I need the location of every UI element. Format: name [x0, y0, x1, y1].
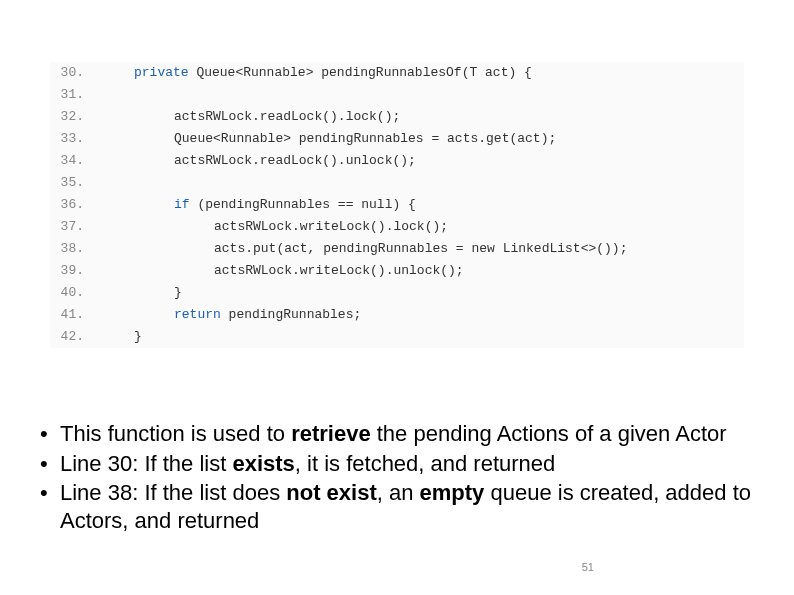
code-content: acts.put(act, pendingRunnables = new Lin… — [94, 238, 627, 260]
bullet-text: This function is used to retrieve the pe… — [60, 420, 727, 448]
code-line: 42.} — [50, 326, 744, 348]
code-content: actsRWLock.readLock().unlock(); — [94, 150, 416, 172]
bullet-item: •This function is used to retrieve the p… — [40, 420, 754, 448]
line-number: 35. — [50, 172, 94, 194]
line-number: 37. — [50, 216, 94, 238]
line-number: 40. — [50, 282, 94, 304]
code-line: 41.return pendingRunnables; — [50, 304, 744, 326]
line-number: 32. — [50, 106, 94, 128]
code-line: 40.} — [50, 282, 744, 304]
line-number: 30. — [50, 62, 94, 84]
bullet-dot: • — [40, 479, 60, 534]
line-number: 33. — [50, 128, 94, 150]
line-number: 31. — [50, 84, 94, 106]
code-block: 30.private Queue<Runnable> pendingRunnab… — [50, 62, 744, 348]
code-line: 36.if (pendingRunnables == null) { — [50, 194, 744, 216]
code-content: private Queue<Runnable> pendingRunnables… — [94, 62, 532, 84]
code-line: 35. — [50, 172, 744, 194]
code-content: return pendingRunnables; — [94, 304, 361, 326]
code-content: actsRWLock.writeLock().lock(); — [94, 216, 448, 238]
code-line: 34.actsRWLock.readLock().unlock(); — [50, 150, 744, 172]
line-number: 38. — [50, 238, 94, 260]
code-content: if (pendingRunnables == null) { — [94, 194, 416, 216]
code-content: } — [94, 282, 182, 304]
line-number: 42. — [50, 326, 94, 348]
code-line: 33.Queue<Runnable> pendingRunnables = ac… — [50, 128, 744, 150]
line-number: 39. — [50, 260, 94, 282]
code-content: actsRWLock.readLock().lock(); — [94, 106, 400, 128]
bullet-dot: • — [40, 450, 60, 478]
bullet-text: Line 38: If the list does not exist, an … — [60, 479, 754, 534]
bullet-text: Line 30: If the list exists, it is fetch… — [60, 450, 555, 478]
line-number: 36. — [50, 194, 94, 216]
code-line: 32.actsRWLock.readLock().lock(); — [50, 106, 744, 128]
code-line: 37.actsRWLock.writeLock().lock(); — [50, 216, 744, 238]
code-content — [94, 84, 134, 106]
code-content: actsRWLock.writeLock().unlock(); — [94, 260, 464, 282]
bullet-dot: • — [40, 420, 60, 448]
code-line: 39.actsRWLock.writeLock().unlock(); — [50, 260, 744, 282]
code-content: } — [94, 326, 142, 348]
page-number: 51 — [582, 561, 594, 573]
line-number: 34. — [50, 150, 94, 172]
code-content — [94, 172, 134, 194]
bullet-list: •This function is used to retrieve the p… — [40, 420, 754, 536]
bullet-item: •Line 38: If the list does not exist, an… — [40, 479, 754, 534]
code-content: Queue<Runnable> pendingRunnables = acts.… — [94, 128, 556, 150]
line-number: 41. — [50, 304, 94, 326]
code-line: 38.acts.put(act, pendingRunnables = new … — [50, 238, 744, 260]
bullet-item: •Line 30: If the list exists, it is fetc… — [40, 450, 754, 478]
code-line: 31. — [50, 84, 744, 106]
code-line: 30.private Queue<Runnable> pendingRunnab… — [50, 62, 744, 84]
